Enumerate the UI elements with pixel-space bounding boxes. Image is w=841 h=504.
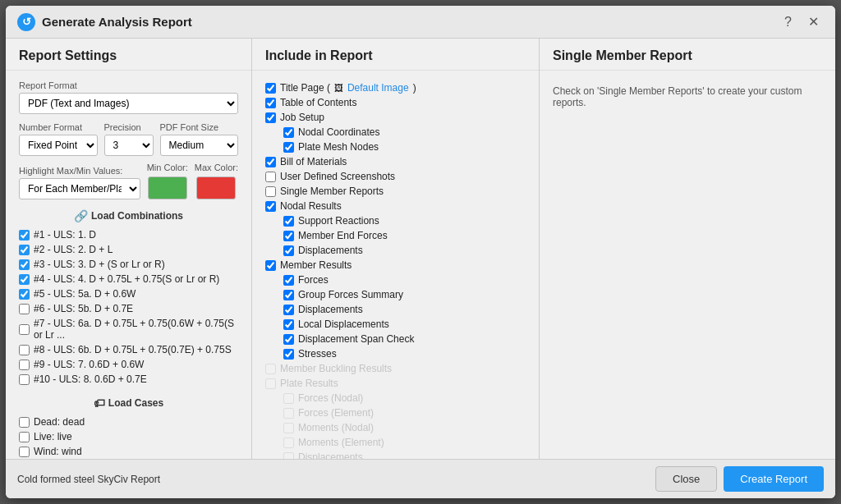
forces-nodal-checkbox[interactable] (283, 393, 294, 404)
user-screenshots-checkbox[interactable] (265, 172, 276, 182)
report-format-select[interactable]: PDF (Text and Images) HTML Word (19, 93, 238, 114)
lc9-checkbox[interactable] (19, 360, 30, 370)
lc6-label[interactable]: #6 - ULS: 5b. D + 0.7E (34, 303, 133, 314)
member-end-forces-checkbox[interactable] (283, 231, 294, 241)
lc7-label[interactable]: #7 - ULS: 6a. D + 0.75L + 0.75(0.6W + 0.… (34, 318, 238, 341)
nodal-coords-checkbox[interactable] (283, 127, 294, 138)
lc8-label[interactable]: #8 - ULS: 6b. D + 0.75L + 0.75(0.7E) + 0… (34, 344, 232, 355)
footer-text: Cold formed steel SkyCiv Report (17, 474, 655, 485)
member-buckling-label: Member Buckling Results (280, 363, 392, 374)
lc3-label[interactable]: #3 - ULS: 3. D + (S or Lr or R) (34, 259, 165, 270)
local-displacements-checkbox[interactable] (283, 319, 294, 330)
member-buckling-checkbox[interactable] (265, 364, 276, 374)
title-page-label[interactable]: Title Page ( (280, 82, 330, 94)
highlight-select[interactable]: For Each Member/Plat Global None (19, 178, 140, 199)
job-setup-checkbox[interactable] (265, 112, 276, 123)
forces-label[interactable]: Forces (298, 274, 329, 286)
lc10-checkbox[interactable] (19, 374, 30, 385)
lc5-label[interactable]: #5 - ULS: 5a. D + 0.6W (34, 288, 136, 300)
lc1-label[interactable]: #1 - ULS: 1. D (34, 229, 96, 241)
toc-checkbox[interactable] (265, 98, 276, 108)
live-checkbox[interactable] (19, 432, 30, 442)
max-color-swatch[interactable] (196, 176, 236, 199)
right-panel: Single Member Report Check on 'Single Me… (540, 39, 835, 459)
image-icon: 🖼 (334, 83, 343, 93)
toc-label[interactable]: Table of Contents (280, 97, 356, 108)
lc4-label[interactable]: #4 - ULS: 4. D + 0.75L + 0.75(S or Lr or… (34, 273, 219, 285)
list-item: Forces (Element) (265, 405, 526, 420)
wind-label[interactable]: Wind: wind (34, 446, 82, 457)
disp-span-check-checkbox[interactable] (283, 334, 294, 345)
displacements-member-checkbox[interactable] (283, 305, 294, 315)
wind-checkbox[interactable] (19, 447, 30, 457)
list-item: #3 - ULS: 3. D + (S or Lr or R) (19, 257, 238, 272)
lc6-checkbox[interactable] (19, 304, 30, 314)
lc2-label[interactable]: #2 - ULS: 2. D + L (34, 244, 113, 255)
pdf-font-size-select[interactable]: Medium Small Large (160, 135, 239, 156)
lc5-checkbox[interactable] (19, 289, 30, 300)
close-header-button[interactable]: ✕ (803, 12, 824, 31)
member-results-label[interactable]: Member Results (280, 259, 352, 271)
bill-materials-checkbox[interactable] (265, 157, 276, 167)
single-member-checkbox[interactable] (265, 186, 276, 197)
displacements-nodal-label[interactable]: Displacements (298, 245, 363, 256)
number-format-select[interactable]: Fixed Point Scientific (19, 135, 98, 156)
help-button[interactable]: ? (779, 13, 797, 31)
bill-materials-label[interactable]: Bill of Materials (280, 156, 347, 167)
moments-element-checkbox[interactable] (283, 438, 294, 448)
lc2-checkbox[interactable] (19, 245, 30, 255)
nodal-coords-label[interactable]: Nodal Coordinates (298, 126, 379, 138)
lc10-label[interactable]: #10 - ULS: 8. 0.6D + 0.7E (34, 373, 147, 385)
app-icon: ↺ (17, 13, 35, 31)
group-forces-checkbox[interactable] (283, 290, 294, 300)
list-item: #1 - ULS: 1. D (19, 227, 238, 242)
header-actions: ? ✕ (779, 12, 824, 31)
precision-select[interactable]: 3 2 4 (104, 135, 154, 156)
moments-nodal-label: Moments (Nodal) (298, 422, 374, 433)
plate-mesh-checkbox[interactable] (283, 142, 294, 153)
support-reactions-checkbox[interactable] (283, 216, 294, 227)
single-member-label[interactable]: Single Member Reports (280, 186, 384, 197)
dead-label[interactable]: Dead: dead (34, 416, 85, 428)
plate-mesh-label[interactable]: Plate Mesh Nodes (298, 141, 379, 153)
lc1-checkbox[interactable] (19, 230, 30, 241)
dialog-body: Report Settings Report Format PDF (Text … (6, 39, 835, 459)
list-item: Wind: wind (19, 444, 238, 459)
job-setup-label[interactable]: Job Setup (280, 112, 324, 123)
nodal-results-label[interactable]: Nodal Results (280, 200, 342, 212)
title-page-paren[interactable]: ) (413, 82, 416, 94)
user-screenshots-label[interactable]: User Defined Screenshots (280, 171, 395, 182)
lc9-label[interactable]: #9 - ULS: 7. 0.6D + 0.6W (34, 359, 144, 370)
close-button[interactable]: Close (655, 466, 717, 492)
stresses-label[interactable]: Stresses (298, 348, 337, 360)
default-image-link[interactable]: Default Image (347, 82, 409, 94)
footer-actions: Close Create Report (655, 466, 824, 492)
live-label[interactable]: Live: live (34, 431, 72, 442)
disp-span-check-label[interactable]: Displacement Span Check (298, 333, 414, 345)
max-color-label: Max Color: (195, 163, 238, 172)
dialog-footer: Cold formed steel SkyCiv Report Close Cr… (6, 459, 835, 498)
displacements-member-label[interactable]: Displacements (298, 304, 363, 315)
member-end-forces-label[interactable]: Member End Forces (298, 230, 388, 241)
create-report-button[interactable]: Create Report (724, 466, 824, 492)
title-page-checkbox[interactable] (265, 83, 276, 94)
member-results-checkbox[interactable] (265, 260, 276, 271)
forces-element-checkbox[interactable] (283, 408, 294, 419)
plate-results-checkbox[interactable] (265, 378, 276, 389)
lc3-checkbox[interactable] (19, 259, 30, 270)
dead-checkbox[interactable] (19, 417, 30, 428)
moments-nodal-checkbox[interactable] (283, 423, 294, 433)
support-reactions-label[interactable]: Support Reactions (298, 215, 379, 227)
group-forces-label[interactable]: Group Forces Summary (298, 289, 403, 300)
displacements-nodal-checkbox[interactable] (283, 245, 294, 256)
local-displacements-label[interactable]: Local Displacements (298, 318, 389, 330)
displacements-plate-label: Displacements (298, 451, 363, 459)
min-color-swatch[interactable] (148, 176, 187, 199)
displacements-plate-checkbox[interactable] (283, 452, 294, 460)
forces-checkbox[interactable] (283, 275, 294, 286)
lc8-checkbox[interactable] (19, 345, 30, 355)
nodal-results-checkbox[interactable] (265, 201, 276, 212)
lc7-checkbox[interactable] (19, 324, 30, 335)
stresses-checkbox[interactable] (283, 349, 294, 360)
lc4-checkbox[interactable] (19, 274, 30, 285)
